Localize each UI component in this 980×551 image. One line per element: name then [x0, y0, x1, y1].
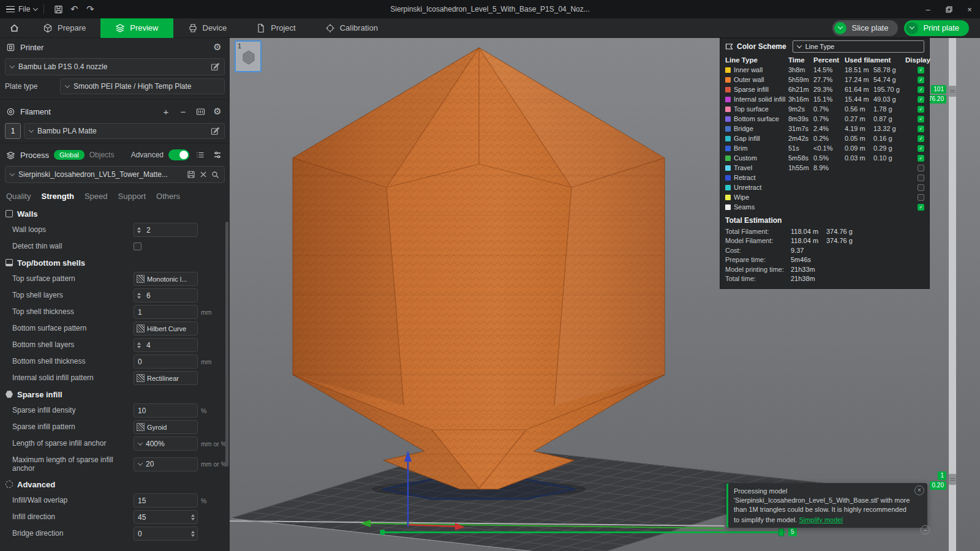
dropdown-control[interactable]: 400%	[134, 437, 198, 451]
spin-input-control[interactable]: 0	[134, 527, 198, 541]
display-checkbox[interactable]: ✓	[918, 126, 924, 132]
spinner-arrows[interactable]	[191, 531, 195, 537]
display-checkbox[interactable]	[918, 184, 924, 191]
group-icon	[6, 210, 13, 217]
edit-icon[interactable]	[211, 62, 219, 71]
tab-support[interactable]: Support	[118, 192, 146, 201]
spinner-arrows[interactable]	[191, 514, 195, 520]
print-options-icon[interactable]	[906, 22, 918, 34]
undo-icon[interactable]: ↶	[66, 1, 82, 17]
spinner-control[interactable]: 6	[134, 288, 198, 302]
minimize-button[interactable]: –	[918, 0, 938, 18]
display-checkbox[interactable]	[918, 174, 924, 181]
process-global-tab[interactable]: Global	[54, 150, 85, 160]
search-icon[interactable]	[211, 171, 219, 179]
save-project-icon[interactable]	[50, 1, 66, 17]
filament-preset-dropdown[interactable]: Bambu PLA Matte	[24, 123, 225, 139]
total-value-1: 21h38m	[791, 275, 826, 282]
filament-settings-gear-icon[interactable]: ⚙	[211, 105, 224, 118]
input-control[interactable]: 10	[134, 403, 198, 418]
tab-quality[interactable]: Quality	[6, 192, 31, 201]
maximize-button[interactable]	[938, 0, 959, 18]
save-preset-icon[interactable]	[187, 170, 195, 179]
layer-slider-top-handle[interactable]	[949, 86, 956, 97]
pattern-control[interactable]: Rectilinear	[134, 371, 198, 385]
tab-project[interactable]: Project	[241, 18, 310, 38]
sidebar-scrollbar[interactable]	[225, 222, 228, 467]
display-checkbox[interactable]: ✓	[918, 86, 924, 93]
printer-section-header: Printer ⚙	[0, 38, 230, 56]
printer-preset-dropdown[interactable]: Bambu Lab P1S 0.4 nozzle	[5, 58, 225, 75]
tab-preview[interactable]: Preview	[100, 18, 173, 38]
tab-strength[interactable]: Strength	[41, 192, 74, 201]
remove-filament-button[interactable]: −	[177, 105, 189, 118]
ams-filament-icon[interactable]	[194, 105, 206, 118]
tab-calibration[interactable]: Calibration	[311, 18, 393, 38]
close-icon[interactable]	[200, 171, 207, 178]
move-slider-track[interactable]	[382, 531, 786, 533]
pattern-control[interactable]: Monotonic l...	[134, 272, 198, 286]
input-control[interactable]: 15	[134, 493, 198, 508]
filament-length-cell: 0.03 m	[845, 154, 873, 162]
add-filament-button[interactable]: +	[160, 105, 172, 118]
time-cell: 1h55m	[788, 164, 813, 171]
display-checkbox[interactable]: ✓	[918, 96, 924, 103]
move-slider[interactable]: 5	[382, 528, 799, 538]
process-settings-icon[interactable]	[211, 149, 224, 161]
pattern-control[interactable]: Gyroid	[134, 420, 198, 434]
display-checkbox[interactable]: ✓	[918, 77, 924, 83]
tab-speed[interactable]: Speed	[85, 192, 108, 201]
display-checkbox[interactable]: ✓	[918, 145, 924, 152]
tab-others[interactable]: Others	[156, 192, 180, 201]
pattern-control[interactable]: Hilbert Curve	[134, 321, 198, 335]
spinner-control[interactable]: 2	[134, 223, 198, 237]
dropdown-control[interactable]: 20	[134, 457, 198, 471]
filament-index-badge[interactable]: 1	[5, 123, 21, 139]
input-control[interactable]: 1	[134, 305, 198, 319]
spinner-arrows[interactable]	[137, 293, 141, 299]
printer-settings-gear-icon[interactable]: ⚙	[211, 41, 224, 53]
spinner-arrows[interactable]	[137, 342, 141, 348]
display-checkbox[interactable]: ✓	[918, 204, 924, 211]
value-text: 0	[134, 530, 191, 538]
move-slider-handle[interactable]	[778, 528, 784, 536]
value-text: 10	[134, 407, 146, 415]
param-checkbox[interactable]	[134, 242, 141, 250]
process-objects-tab[interactable]: Objects	[89, 151, 115, 159]
process-preset-dropdown[interactable]: Sierpinski_Icosahedron_LVL5_Tower_Matte.…	[5, 166, 225, 183]
tab-prepare[interactable]: Prepare	[28, 18, 100, 38]
tab-label: Calibration	[340, 23, 378, 32]
display-checkbox[interactable]	[918, 194, 924, 201]
plate-type-dropdown[interactable]: Smooth PEI Plate / High Temp Plate	[60, 78, 225, 94]
input-control[interactable]: 0	[134, 354, 198, 369]
edit-icon[interactable]	[211, 127, 219, 135]
objects-list-icon[interactable]	[194, 149, 206, 161]
display-checkbox[interactable]	[918, 165, 924, 171]
display-checkbox[interactable]: ✓	[918, 67, 924, 73]
home-tab[interactable]	[0, 18, 28, 38]
tab-device[interactable]: Device	[173, 18, 242, 38]
display-checkbox[interactable]: ✓	[918, 155, 924, 162]
spinner-arrows[interactable]	[137, 227, 141, 233]
display-checkbox[interactable]: ✓	[918, 106, 924, 113]
notification-close-icon[interactable]: ×	[914, 485, 924, 495]
slice-plate-button[interactable]: Slice plate	[832, 20, 898, 36]
redo-icon[interactable]: ↷	[82, 1, 98, 17]
simplify-model-link[interactable]: Simplify model	[799, 515, 843, 525]
layer-slider-bottom-handle[interactable]	[949, 474, 956, 485]
slice-options-icon[interactable]	[834, 22, 846, 34]
color-swatch	[725, 175, 731, 181]
close-button[interactable]: ×	[959, 0, 980, 18]
spinner-control[interactable]: 4	[134, 338, 198, 352]
advanced-mode-toggle[interactable]	[168, 149, 189, 160]
view-type-dropdown[interactable]: Line Type	[793, 40, 924, 53]
display-checkbox[interactable]: ✓	[918, 135, 924, 142]
display-checkbox[interactable]: ✓	[918, 116, 924, 122]
collapse-notifications-icon[interactable]: −	[921, 525, 930, 534]
value-text: 6	[143, 291, 151, 300]
file-menu[interactable]: File	[0, 5, 37, 13]
print-plate-button[interactable]: Print plate	[904, 20, 969, 36]
linetype-name-cell: Unretract	[725, 184, 788, 191]
spin-input-control[interactable]: 45	[134, 510, 198, 524]
plate-thumbnail[interactable]: 1	[235, 40, 262, 72]
